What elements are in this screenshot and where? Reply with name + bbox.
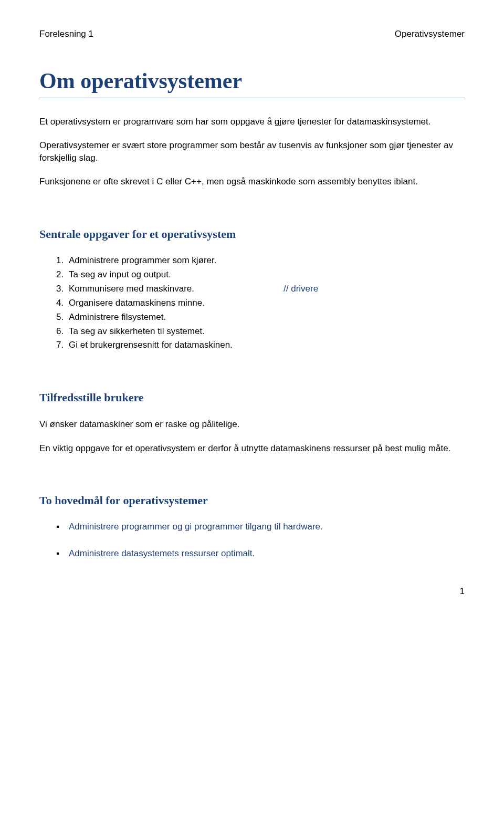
list-item: ▪ Administrere programmer og gi programm… — [56, 521, 465, 533]
bullet-text: Administrere datasystemets ressurser opt… — [69, 548, 255, 560]
list-number: 4. — [56, 297, 69, 309]
page-title: Om operativsystemer — [39, 68, 465, 98]
section-heading-tasks: Sentrale oppgaver for et operativsystem — [39, 227, 465, 241]
list-number: 5. — [56, 311, 69, 324]
page-header: Forelesning 1 Operativsystemer — [39, 29, 465, 39]
list-text: Administrere filsystemet. — [69, 311, 166, 324]
list-item: 6. Ta seg av sikkerheten til systemet. — [56, 326, 465, 338]
list-text: Organisere datamaskinens minne. — [69, 297, 205, 309]
section-heading-goals: To hovedmål for operativsystemer — [39, 494, 465, 507]
list-item: 5. Administrere filsystemet. — [56, 311, 465, 324]
list-item: 1. Administrere programmer som kjører. — [56, 255, 465, 267]
page-number: 1 — [39, 586, 465, 597]
section2-paragraph-2: En viktig oppgave for et operativsystem … — [39, 442, 465, 454]
list-text: Ta seg av input og output. — [69, 269, 171, 281]
intro-paragraph-1: Et operativsystem er programvare som har… — [39, 116, 465, 128]
list-item: 2. Ta seg av input og output. — [56, 269, 465, 281]
section2-paragraph-1: Vi ønsker datamaskiner som er raske og p… — [39, 418, 465, 430]
intro-paragraph-2: Operativsystemer er svært store programm… — [39, 139, 465, 164]
goals-list: ▪ Administrere programmer og gi programm… — [56, 521, 465, 560]
section-heading-users: Tilfredsstille brukere — [39, 391, 465, 404]
bullet-icon: ▪ — [56, 521, 69, 533]
header-left: Forelesning 1 — [39, 29, 93, 39]
tasks-list: 1. Administrere programmer som kjører. 2… — [56, 255, 465, 352]
list-text: Gi et brukergrensesnitt for datamaskinen… — [69, 339, 233, 351]
list-number: 3. — [56, 283, 69, 295]
bullet-icon: ▪ — [56, 548, 69, 560]
list-number: 1. — [56, 255, 69, 267]
list-number: 2. — [56, 269, 69, 281]
list-text: Kommunisere med maskinvare. — [69, 283, 194, 295]
list-item: 4. Organisere datamaskinens minne. — [56, 297, 465, 309]
list-number: 6. — [56, 326, 69, 338]
bullet-text: Administrere programmer og gi programmer… — [69, 521, 323, 533]
list-text: Administrere programmer som kjører. — [69, 255, 217, 267]
list-comment: // drivere — [284, 283, 318, 295]
list-text: Ta seg av sikkerheten til systemet. — [69, 326, 205, 338]
header-right: Operativsystemer — [395, 29, 465, 39]
list-item: 7. Gi et brukergrensesnitt for datamaski… — [56, 339, 465, 351]
list-item: 3. Kommunisere med maskinvare. // driver… — [56, 283, 465, 295]
intro-paragraph-3: Funksjonene er ofte skrevet i C eller C+… — [39, 175, 465, 188]
list-item: ▪ Administrere datasystemets ressurser o… — [56, 548, 465, 560]
list-number: 7. — [56, 339, 69, 351]
